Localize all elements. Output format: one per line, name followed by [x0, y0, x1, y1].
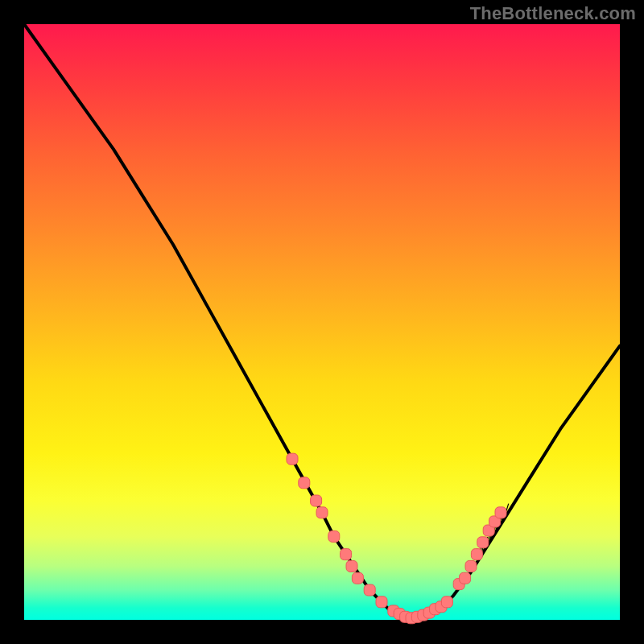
highlighted-point	[341, 549, 352, 560]
outer-frame: TheBottleneck.com	[0, 0, 644, 644]
highlighted-point	[328, 530, 340, 542]
highlighted-point	[441, 597, 452, 608]
markers-group	[287, 453, 506, 624]
highlighted-point	[477, 537, 489, 548]
chart-svg	[0, 0, 644, 644]
curve-group	[24, 24, 620, 620]
highlighted-point	[352, 572, 363, 584]
highlighted-point	[311, 495, 322, 506]
highlighted-point	[316, 507, 328, 518]
bottleneck-curve	[24, 24, 620, 620]
highlighted-point	[495, 507, 506, 518]
highlighted-point	[346, 560, 357, 572]
highlighted-point	[460, 572, 471, 584]
highlighted-point	[471, 549, 482, 560]
highlighted-point	[465, 560, 477, 572]
highlighted-point	[299, 477, 310, 489]
highlighted-point	[287, 453, 298, 464]
highlighted-point	[376, 597, 387, 608]
highlighted-point	[364, 584, 375, 596]
